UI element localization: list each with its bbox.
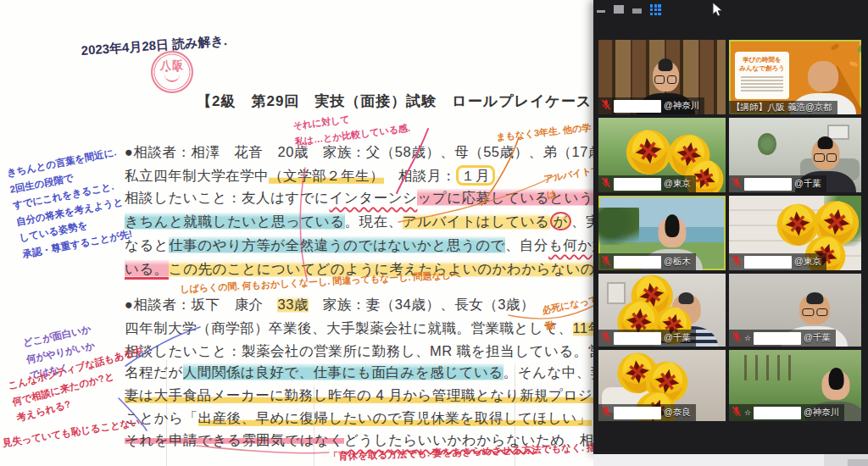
popout-icon[interactable]	[632, 8, 642, 14]
participant-label: @奈良	[598, 404, 696, 421]
stamp-text: 八阪	[153, 58, 192, 73]
name-redaction-box	[754, 407, 801, 419]
participant-name: @神奈川	[804, 407, 839, 419]
doc-text-segment: 仕事のやり方等が全然違うのではないかと思うので	[169, 236, 505, 253]
mic-muted-icon	[601, 405, 611, 420]
name-redaction-box	[744, 256, 792, 269]
glasses-icon	[803, 308, 827, 315]
video-tile[interactable]: @東京	[598, 118, 726, 192]
doc-text-segment: 相談月：	[384, 167, 456, 184]
video-tile[interactable]: @千葉	[598, 274, 726, 347]
glasses-icon	[654, 75, 676, 82]
doc-text-segment: 家族：妻（34歳）、長女（3歳）	[309, 296, 535, 313]
mic-muted-icon	[732, 176, 742, 191]
gallery-view-icon[interactable]	[650, 4, 661, 15]
participant-name: @千葉	[794, 178, 821, 190]
minimize-icon[interactable]	[597, 10, 605, 13]
doc-text-segment: 、自分	[505, 236, 548, 253]
restore-icon[interactable]	[614, 5, 624, 14]
doc-text-segment: 出産後、早めに復帰したいので育児休業を取得してほしい」	[198, 409, 592, 426]
doc-text-segment: （文学部２年生）	[269, 167, 384, 184]
window-edge	[848, 459, 868, 466]
participant-name: @東京	[794, 256, 821, 268]
doc-text-segment: ●相談者：坂下 康介	[125, 296, 277, 313]
doc-text-segment: 相談したいこと：製薬会社の営業所に勤務し、MR 職を担当している。営業所	[125, 342, 632, 359]
person-face	[808, 61, 838, 92]
participant-label: 【講師】八阪 義浩@京都	[729, 101, 837, 114]
doc-text-segment: 。現在、	[345, 213, 403, 230]
person-face	[811, 139, 839, 170]
participant-label: ☆@千葉	[729, 330, 836, 347]
mic-muted-icon	[601, 98, 611, 114]
doc-text-segment: それを申請できる雰囲気ではなく	[125, 431, 344, 448]
participant-label: @千葉	[729, 175, 826, 192]
doc-text-segment: 妻は大手食品メーカーに勤務し昨年の 4 月から管理職となり新規プロジェク	[125, 386, 622, 403]
participant-name: @栃木	[664, 256, 691, 268]
participant-name: @東京	[664, 178, 691, 190]
poster-small-text	[737, 76, 787, 92]
participant-label: @東京	[729, 253, 826, 270]
hanko-stamp: 八阪	[151, 51, 193, 93]
person-face	[799, 294, 830, 325]
doc-text-segment: きちんと就職したいと思っている	[125, 213, 345, 230]
person-hair	[659, 58, 673, 71]
name-redaction-box	[744, 178, 792, 191]
doc-text-segment: インターンシ	[329, 189, 417, 206]
poster-title-text: 学びの時間を みんなで創ろう	[737, 56, 787, 73]
participant-label: @千葉	[598, 330, 696, 347]
participant-name: @千葉	[664, 332, 691, 344]
mic-muted-icon	[732, 330, 742, 346]
video-tile[interactable]: @神奈川	[598, 40, 726, 114]
video-tile[interactable]: @奈良	[598, 350, 726, 421]
star-icon: ☆	[744, 334, 751, 342]
poster-card: 学びの時間を みんなで創ろう	[735, 52, 789, 99]
video-tile[interactable]: @東京	[729, 196, 861, 270]
doc-text-segment: ●相談者：相澤 花音 20歳 家族：父（58歳）、母（55歳）、弟（17歳	[125, 143, 603, 160]
mic-muted-icon	[601, 254, 611, 269]
doc-line: 相談したいこと：製薬会社の営業所に勤務し、MR 職を担当している。営業所	[125, 343, 632, 360]
handwritten-note-date: 2023年4月28日 読み解き.	[81, 4, 589, 61]
participant-name: @奈良	[664, 407, 691, 419]
doc-line: ●相談者：坂下 康介 33歳 家族：妻（34歳）、長女（3歳）	[125, 297, 535, 313]
smiley-face-icon	[164, 73, 180, 82]
doc-text-segment: 33歳	[277, 296, 308, 313]
doc-line: 私立四年制大学在学中（文学部２年生） 相談月：１月	[125, 168, 495, 185]
name-redaction-box	[614, 100, 661, 113]
name-redaction-box	[614, 407, 661, 419]
doc-text-segment: いる。	[125, 260, 169, 277]
video-tile[interactable]: @千葉	[729, 118, 861, 192]
mic-muted-icon	[732, 405, 742, 420]
doc-text-segment: 相談したいこと：友人はすでに	[125, 189, 329, 206]
glasses-icon	[814, 153, 837, 160]
mic-muted-icon	[732, 254, 742, 269]
participant-label: @東京	[598, 175, 696, 192]
video-tile[interactable]: ☆@千葉	[729, 274, 861, 347]
name-redaction-box	[754, 332, 801, 345]
video-tile[interactable]: 学びの時間を みんなで創ろう【講師】八阪 義浩@京都	[729, 40, 861, 114]
person-hair	[818, 136, 833, 149]
plant	[758, 133, 776, 155]
panel-toolbar	[597, 3, 661, 15]
doc-text-segment: 人間関係は良好で、仕事にも面白みを感じている	[183, 363, 504, 380]
mouse-cursor	[712, 3, 723, 18]
video-conference-panel: @神奈川学びの時間を みんなで創ろう【講師】八阪 義浩@京都@東京@千葉@栃木@…	[593, 0, 868, 466]
participant-label: @栃木	[598, 253, 696, 270]
video-tile[interactable]: @栃木	[598, 196, 726, 270]
participant-label: @神奈川	[598, 97, 704, 114]
doc-text-segment: が	[550, 212, 571, 230]
leaf-decoration-icon	[856, 44, 861, 53]
star-icon: ☆	[744, 408, 751, 417]
participant-label: ☆@神奈川	[729, 404, 844, 421]
person-face	[658, 217, 686, 248]
doc-text-segment: １月	[456, 165, 495, 186]
handwritten-note-soon3rd: まもなく3年生. 他の学	[495, 118, 606, 145]
person-hair	[665, 214, 680, 236]
window-edge-strip	[593, 454, 868, 466]
doc-text-segment: 四年制大学（商学部）卒業後、大手製薬会社に就職。営業職として、	[125, 319, 573, 336]
person-face	[822, 370, 850, 400]
person-face	[653, 61, 680, 92]
palm-trees	[598, 208, 639, 245]
video-tile[interactable]: ☆@神奈川	[729, 350, 861, 421]
name-redaction-box	[614, 256, 661, 269]
name-redaction-box	[614, 332, 661, 345]
